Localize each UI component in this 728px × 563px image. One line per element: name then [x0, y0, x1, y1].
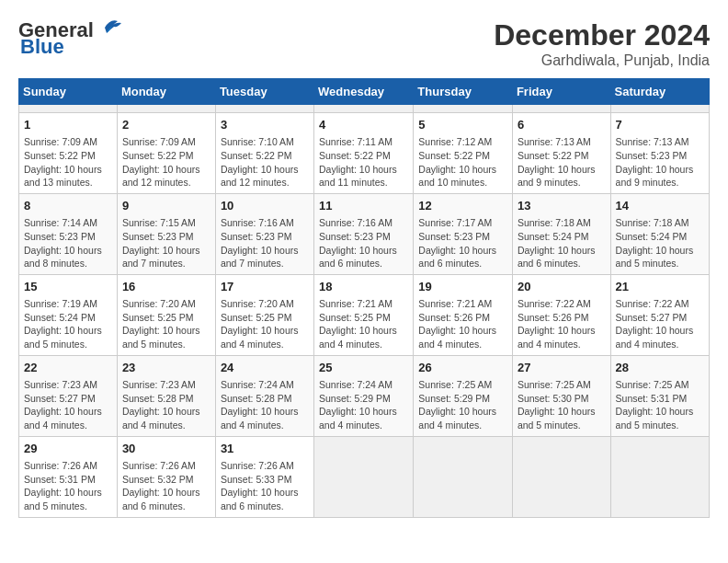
day-info: Sunset: 5:31 PM — [24, 473, 112, 487]
day-number: 20 — [518, 279, 606, 295]
calendar-cell: 22Sunrise: 7:23 AMSunset: 5:27 PMDayligh… — [19, 355, 118, 436]
day-info: Sunrise: 7:17 AM — [418, 216, 507, 230]
day-info: Sunset: 5:23 PM — [319, 230, 408, 244]
day-info: and 11 minutes. — [319, 176, 408, 190]
day-info: Sunrise: 7:26 AM — [24, 459, 112, 473]
day-info: Sunset: 5:33 PM — [221, 473, 309, 487]
day-info: and 9 minutes. — [616, 176, 704, 190]
day-number: 12 — [418, 198, 507, 214]
day-info: Sunrise: 7:12 AM — [418, 135, 507, 149]
day-info: and 4 minutes. — [221, 338, 309, 351]
day-info: Daylight: 10 hours — [418, 163, 507, 177]
day-info: Sunset: 5:27 PM — [24, 392, 112, 406]
day-info: Sunrise: 7:25 AM — [518, 378, 606, 392]
day-info: Sunrise: 7:21 AM — [418, 297, 507, 311]
calendar-header-row: SundayMondayTuesdayWednesdayThursdayFrid… — [19, 79, 710, 105]
calendar-week-row: 8Sunrise: 7:14 AMSunset: 5:23 PMDaylight… — [19, 193, 710, 274]
day-number: 2 — [122, 117, 210, 133]
calendar-cell: 12Sunrise: 7:17 AMSunset: 5:23 PMDayligh… — [414, 193, 513, 274]
day-info: Sunset: 5:23 PM — [221, 230, 309, 244]
page-header: General Blue December 2024 Garhdiwala, P… — [18, 18, 710, 69]
calendar-cell — [414, 436, 513, 517]
day-info: and 6 minutes. — [122, 500, 210, 513]
calendar-weekday-friday: Friday — [512, 79, 610, 105]
day-info: Sunrise: 7:13 AM — [518, 135, 606, 149]
calendar-cell: 7Sunrise: 7:13 AMSunset: 5:23 PMDaylight… — [610, 113, 709, 194]
day-info: and 4 minutes. — [319, 338, 408, 351]
calendar-cell: 28Sunrise: 7:25 AMSunset: 5:31 PMDayligh… — [610, 355, 709, 436]
day-info: Daylight: 10 hours — [221, 405, 309, 419]
day-info: Sunset: 5:22 PM — [418, 149, 507, 163]
calendar-cell: 8Sunrise: 7:14 AMSunset: 5:23 PMDaylight… — [19, 193, 118, 274]
day-number: 1 — [24, 117, 112, 133]
day-number: 17 — [221, 279, 309, 295]
day-info: Sunrise: 7:20 AM — [221, 297, 309, 311]
day-info: Daylight: 10 hours — [518, 324, 606, 338]
day-info: Daylight: 10 hours — [319, 324, 408, 338]
day-info: Sunrise: 7:23 AM — [122, 378, 210, 392]
day-info: Sunset: 5:22 PM — [518, 149, 606, 163]
day-info: Sunrise: 7:20 AM — [122, 297, 210, 311]
day-info: Daylight: 10 hours — [616, 163, 704, 177]
day-info: Sunrise: 7:10 AM — [221, 135, 309, 149]
day-info: and 8 minutes. — [24, 257, 112, 270]
day-number: 26 — [418, 360, 507, 376]
day-info: and 10 minutes. — [418, 176, 507, 190]
day-info: and 5 minutes. — [122, 338, 210, 351]
day-info: Sunset: 5:24 PM — [24, 311, 112, 325]
day-number: 30 — [122, 441, 210, 457]
calendar-cell: 9Sunrise: 7:15 AMSunset: 5:23 PMDaylight… — [117, 193, 215, 274]
day-number: 21 — [616, 279, 704, 295]
day-info: Daylight: 10 hours — [518, 163, 606, 177]
calendar-cell: 13Sunrise: 7:18 AMSunset: 5:24 PMDayligh… — [512, 193, 610, 274]
calendar-cell: 18Sunrise: 7:21 AMSunset: 5:25 PMDayligh… — [314, 274, 414, 355]
logo-blue: Blue — [20, 35, 64, 59]
day-info: Sunset: 5:28 PM — [122, 392, 210, 406]
calendar-cell: 26Sunrise: 7:25 AMSunset: 5:29 PMDayligh… — [414, 355, 513, 436]
calendar-cell — [610, 105, 709, 113]
calendar-table: SundayMondayTuesdayWednesdayThursdayFrid… — [18, 78, 710, 518]
calendar-cell: 25Sunrise: 7:24 AMSunset: 5:29 PMDayligh… — [314, 355, 414, 436]
day-number: 5 — [418, 117, 507, 133]
day-info: Sunrise: 7:18 AM — [518, 216, 606, 230]
day-info: Daylight: 10 hours — [122, 405, 210, 419]
calendar-week-row — [19, 105, 710, 113]
day-number: 14 — [616, 198, 704, 214]
logo: General Blue — [18, 18, 125, 59]
day-number: 29 — [24, 441, 112, 457]
day-info: Sunset: 5:22 PM — [24, 149, 112, 163]
calendar-cell — [512, 436, 610, 517]
calendar-cell: 23Sunrise: 7:23 AMSunset: 5:28 PMDayligh… — [117, 355, 215, 436]
day-info: Daylight: 10 hours — [319, 405, 408, 419]
day-info: and 4 minutes. — [418, 338, 507, 351]
day-number: 31 — [221, 441, 309, 457]
day-info: Sunrise: 7:09 AM — [122, 135, 210, 149]
day-info: Sunset: 5:27 PM — [616, 311, 704, 325]
calendar-cell: 19Sunrise: 7:21 AMSunset: 5:26 PMDayligh… — [414, 274, 513, 355]
day-info: Daylight: 10 hours — [24, 405, 112, 419]
calendar-cell: 3Sunrise: 7:10 AMSunset: 5:22 PMDaylight… — [215, 113, 313, 194]
calendar-cell: 27Sunrise: 7:25 AMSunset: 5:30 PMDayligh… — [512, 355, 610, 436]
day-info: Daylight: 10 hours — [24, 244, 112, 258]
day-info: and 12 minutes. — [122, 176, 210, 190]
calendar-cell: 20Sunrise: 7:22 AMSunset: 5:26 PMDayligh… — [512, 274, 610, 355]
calendar-week-row: 29Sunrise: 7:26 AMSunset: 5:31 PMDayligh… — [19, 436, 710, 517]
day-info: Sunrise: 7:24 AM — [221, 378, 309, 392]
day-info: Daylight: 10 hours — [122, 324, 210, 338]
day-info: Sunrise: 7:19 AM — [24, 297, 112, 311]
day-info: Daylight: 10 hours — [221, 163, 309, 177]
day-info: Daylight: 10 hours — [221, 324, 309, 338]
calendar-cell — [117, 105, 215, 113]
day-info: and 4 minutes. — [518, 338, 606, 351]
calendar-cell: 4Sunrise: 7:11 AMSunset: 5:22 PMDaylight… — [314, 113, 414, 194]
day-info: Daylight: 10 hours — [221, 486, 309, 500]
calendar-cell — [610, 436, 709, 517]
day-info: and 9 minutes. — [518, 176, 606, 190]
day-number: 11 — [319, 198, 408, 214]
day-info: Daylight: 10 hours — [24, 486, 112, 500]
calendar-cell: 21Sunrise: 7:22 AMSunset: 5:27 PMDayligh… — [610, 274, 709, 355]
calendar-cell: 10Sunrise: 7:16 AMSunset: 5:23 PMDayligh… — [215, 193, 313, 274]
day-number: 10 — [221, 198, 309, 214]
calendar-week-row: 22Sunrise: 7:23 AMSunset: 5:27 PMDayligh… — [19, 355, 710, 436]
day-info: and 4 minutes. — [221, 419, 309, 432]
